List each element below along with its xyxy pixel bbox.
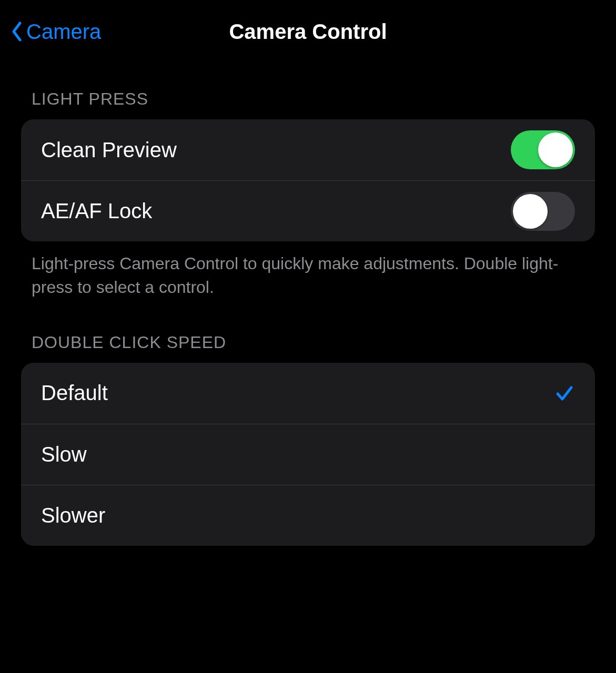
toggle-knob [513, 194, 548, 229]
section-header-double-click-speed: DOUBLE CLICK SPEED [21, 320, 595, 363]
option-label: Default [41, 381, 108, 405]
option-default[interactable]: Default [21, 363, 595, 424]
page-title: Camera Control [229, 20, 387, 44]
row-ae-af-lock[interactable]: AE/AF Lock [21, 180, 595, 241]
section-footer-light-press: Light-press Camera Control to quickly ma… [21, 241, 595, 320]
content: LIGHT PRESS Clean Preview AE/AF Lock Lig… [0, 63, 616, 546]
toggle-ae-af-lock[interactable] [511, 192, 575, 231]
back-label: Camera [26, 20, 101, 44]
option-label: Slower [41, 504, 105, 527]
option-label: Slow [41, 443, 87, 466]
nav-bar: Camera Camera Control [0, 0, 616, 63]
checkmark-icon [554, 383, 575, 404]
list-group-double-click-speed: Default Slow Slower [21, 363, 595, 546]
row-label: Clean Preview [41, 138, 177, 162]
row-label: AE/AF Lock [41, 199, 152, 223]
list-group-light-press: Clean Preview AE/AF Lock [21, 119, 595, 241]
option-slower[interactable]: Slower [21, 485, 595, 546]
back-button[interactable]: Camera [11, 20, 101, 44]
row-clean-preview[interactable]: Clean Preview [21, 119, 595, 180]
chevron-left-icon [11, 21, 23, 42]
option-slow[interactable]: Slow [21, 424, 595, 485]
toggle-knob [538, 132, 573, 167]
toggle-clean-preview[interactable] [511, 130, 575, 169]
section-header-light-press: LIGHT PRESS [21, 63, 595, 119]
